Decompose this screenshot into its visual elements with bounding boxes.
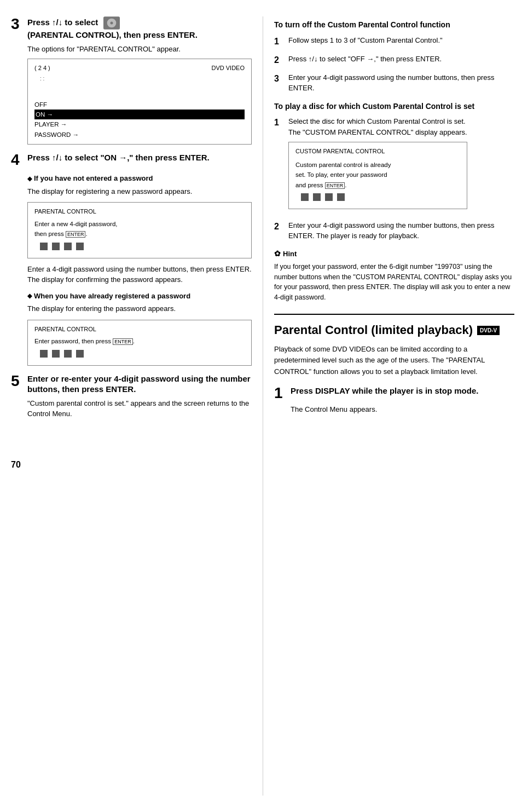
step5-title: Enter or re-enter your 4-digit password …: [27, 373, 252, 395]
custom-parental-title: CUSTOM PARENTAL CONTROL: [295, 147, 460, 157]
display3: PARENTAL CONTROL Enter password, then pr…: [27, 320, 252, 366]
big-step1-number: 1: [274, 385, 286, 401]
bullet2-body: The display for entering the password ap…: [27, 303, 252, 314]
right-column: To turn off the Custom Parental Control …: [263, 16, 514, 796]
step4-body: If you have not entered a password The d…: [27, 173, 252, 365]
hint-body: If you forget your password, enter the 6…: [274, 262, 514, 303]
play-step1-text1: Select the disc for which Custom Parenta…: [288, 116, 467, 127]
play-heading: To play a disc for which Custom Parental…: [274, 101, 514, 112]
enter-badge3: ENTER: [325, 182, 345, 189]
sq8: [76, 350, 84, 358]
big-step1-body: The Control Menu appears.: [291, 404, 514, 415]
sq1: [40, 243, 48, 250]
password-squares3: [295, 190, 460, 204]
menu-off: OFF: [34, 100, 245, 110]
sq5: [40, 350, 48, 358]
big-section: Parental Control (limited playback) DVD-…: [274, 314, 514, 414]
menu-password: PASSWORD →: [34, 130, 245, 140]
step5-body: "Custom parental control is set." appear…: [27, 398, 252, 419]
display-dots: : :: [34, 74, 245, 83]
big-step1-title: Press DISPLAY while the player is in sto…: [291, 385, 478, 396]
step3-body: The options for "PARENTAL CONTROL" appea…: [27, 44, 252, 145]
step3-display: ( 2 4 ) DVD VIDEO : : OFF ON → PLAYER → …: [27, 59, 252, 145]
step4-number: 4: [11, 152, 23, 168]
sq6: [52, 350, 60, 358]
sq3: [64, 243, 72, 250]
left-column: 3 Press ↑/↓ to select (PARENTAL CONTROL)…: [11, 16, 263, 796]
display-right-label: DVD VIDEO: [211, 64, 245, 73]
body-after: Enter a 4-digit password using the numbe…: [27, 264, 252, 285]
display-custom-parental: CUSTOM PARENTAL CONTROL Custom parental …: [288, 142, 467, 209]
step4-header: 4 Press ↑/↓ to select "ON →," then press…: [11, 152, 252, 168]
step3-title: Press ↑/↓ to select (PARENTAL CONTROL), …: [27, 16, 198, 41]
page-number: 70: [11, 460, 21, 469]
hint-title: ✿ Hint: [274, 248, 514, 260]
play-step2: 2 Enter your 4-digit password using the …: [274, 220, 514, 241]
step5-header: 5 Enter or re-enter your 4-digit passwor…: [11, 373, 252, 395]
bullet1-body: The display for registering a new passwo…: [27, 186, 252, 197]
step4-title: Press ↑/↓ to select "ON →," then press E…: [27, 152, 210, 163]
turnoff-step1: 1 Follow steps 1 to 3 of "Custom Parenta…: [274, 35, 514, 48]
step5-number: 5: [11, 373, 23, 389]
turnoff-list: 1 Follow steps 1 to 3 of "Custom Parenta…: [274, 35, 514, 94]
section-play: To play a disc for which Custom Parental…: [274, 101, 514, 241]
bullet1-header: If you have not entered a password: [27, 173, 252, 184]
custom-parental-body: Custom parental control is already set. …: [295, 160, 460, 190]
big-title: Parental Control (limited playback) DVD-…: [274, 323, 514, 338]
enter-badge1: ENTER: [66, 231, 86, 238]
step3-header: 3 Press ↑/↓ to select (PARENTAL CONTROL)…: [11, 16, 252, 41]
sq12: [337, 193, 345, 201]
display3-line1: Enter password, then press ENTER.: [34, 336, 245, 346]
display2-line1: Enter a new 4-digit password, then press…: [34, 219, 245, 239]
enter-badge2: ENTER: [113, 338, 133, 345]
play-step1: 1 Select the disc for which Custom Paren…: [274, 116, 514, 215]
svg-point-2: [111, 22, 113, 25]
display2: PARENTAL CONTROL Enter a new 4-digit pas…: [27, 202, 252, 258]
turnoff-heading: To turn off the Custom Parental Control …: [274, 20, 514, 31]
sq2: [52, 243, 60, 250]
hint-section: ✿ Hint If you forget your password, ente…: [274, 248, 514, 303]
section-turnoff: To turn off the Custom Parental Control …: [274, 20, 514, 94]
display3-title: PARENTAL CONTROL: [34, 325, 245, 335]
sq10: [313, 193, 321, 201]
password-squares2: [34, 347, 245, 361]
disc-icon: [103, 16, 120, 30]
display2-title: PARENTAL CONTROL: [34, 207, 245, 217]
turnoff-step2: 2 Press ↑/↓ to select "OFF →," then pres…: [274, 54, 514, 67]
step3-number: 3: [11, 16, 23, 32]
sq4: [76, 243, 84, 250]
menu-on: ON →: [34, 110, 245, 119]
big-step1-header: 1 Press DISPLAY while the player is in s…: [274, 385, 514, 401]
sq7: [64, 350, 72, 358]
play-step1-text2: The "CUSTOM PARENTAL CONTROL" display ap…: [288, 127, 467, 138]
bullet2-header: When you have already registered a passw…: [27, 291, 252, 302]
display-center-label: ( 2 4 ): [34, 64, 50, 73]
menu-player: PLAYER →: [34, 119, 245, 129]
sq11: [325, 193, 333, 201]
turnoff-step3: 3 Enter your 4-digit password using the …: [274, 72, 514, 94]
password-squares1: [34, 239, 245, 254]
sq9: [301, 193, 309, 201]
big-section-body: Playback of some DVD VIDEOs can be limit…: [274, 344, 514, 378]
hint-icon: ✿: [274, 248, 281, 260]
play-list: 1 Select the disc for which Custom Paren…: [274, 116, 514, 241]
dvd-badge: DVD-V: [477, 326, 500, 335]
